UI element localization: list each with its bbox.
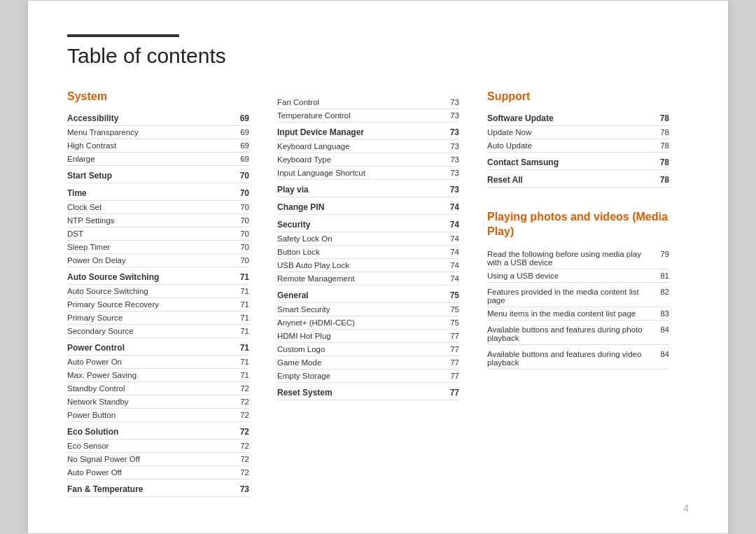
entry-label: No Signal Power Off (67, 455, 235, 463)
entry-page: 73 (445, 142, 459, 150)
toc-entry: Network Standby72 (67, 395, 249, 409)
entry-page: 73 (445, 127, 459, 137)
entry-label: Clock Set (67, 203, 235, 211)
entry-label: Read the following before using media pl… (487, 250, 655, 267)
entry-label: Features provided in the media content l… (487, 288, 655, 304)
toc-group: Accessibility69Menu Transparency69High C… (67, 111, 249, 166)
entry-label: Auto Source Switching (67, 287, 235, 295)
entry-page: 70 (235, 216, 249, 225)
entry-label: Change PIN (277, 202, 445, 212)
col1-groups: Accessibility69Menu Transparency69High C… (67, 111, 249, 500)
toc-entry: Auto Source Switching71 (67, 270, 249, 285)
entry-label: Accessibility (67, 113, 235, 123)
entry-label: High Contrast (67, 141, 235, 150)
toc-entry: Keyboard Type73 (277, 153, 459, 167)
entry-label: Temperature Control (277, 111, 445, 120)
page-number: 4 (683, 503, 689, 514)
system-section-title: System (67, 90, 249, 103)
entry-page: 72 (235, 468, 249, 477)
toc-group: Contact Samsung78 (487, 155, 669, 170)
toc-entry: Menu items in the media content list pag… (487, 307, 669, 321)
toc-entry: Smart Security75 (277, 303, 459, 316)
entry-page: 72 (235, 384, 249, 393)
entry-page: 72 (235, 411, 249, 419)
entry-label: General (277, 290, 445, 300)
toc-entry: Remote Management74 (277, 272, 459, 286)
entry-page: 74 (445, 261, 459, 269)
toc-entry: Power On Delay70 (67, 254, 249, 267)
entry-page: 69 (235, 113, 249, 123)
entry-page: 81 (655, 272, 669, 280)
entry-page: 72 (235, 455, 249, 463)
entry-page: 75 (445, 305, 459, 314)
toc-entry: Safety Lock On74 (277, 232, 459, 246)
entry-label: Start Setup (67, 171, 235, 181)
toc-entry: HDMI Hot Plug77 (277, 330, 459, 343)
entry-label: Available buttons and features during ph… (487, 325, 655, 342)
entry-label: Fan & Temperature (67, 484, 235, 494)
entry-label: USB Auto Play Lock (277, 261, 445, 269)
entry-label: Remote Management (277, 274, 445, 283)
toc-entry: Features provided in the media content l… (487, 286, 669, 307)
entry-page: 77 (445, 332, 459, 340)
toc-entry: Custom Logo77 (277, 343, 459, 356)
toc-entry: Button Lock74 (277, 246, 459, 259)
toc-entry: No Signal Power Off72 (67, 453, 249, 466)
toc-entry: Time70 (67, 186, 249, 201)
toc-entry: Input Language Shortcut73 (277, 167, 459, 180)
entry-label: Network Standby (67, 398, 235, 406)
entry-page: 77 (445, 372, 459, 380)
entry-page: 73 (445, 155, 459, 164)
entry-label: Reset All (487, 175, 655, 185)
entry-page: 69 (235, 141, 249, 150)
toc-entry: DST70 (67, 227, 249, 241)
toc-group: Eco Solution72Eco Sensor72No Signal Powe… (67, 425, 249, 479)
toc-group: Fan & Temperature73 (67, 482, 249, 497)
entry-page: 71 (235, 358, 249, 366)
entry-label: Game Mode (277, 358, 445, 367)
entry-page: 70 (235, 256, 249, 265)
entry-page: 71 (235, 371, 249, 379)
entry-page: 71 (235, 343, 249, 353)
toc-entry: Fan & Temperature73 (67, 482, 249, 497)
entry-page: 77 (445, 358, 459, 367)
entry-page: 72 (235, 442, 249, 450)
entry-label: Time (67, 188, 235, 198)
entry-label: Update Now (487, 128, 655, 136)
toc-group: Available buttons and features during ph… (487, 323, 669, 345)
entry-label: Using a USB device (487, 272, 655, 280)
title-bar (67, 34, 179, 37)
toc-entry: Update Now78 (487, 126, 669, 139)
entry-page: 82 (655, 288, 669, 296)
toc-entry: Standby Control72 (67, 382, 249, 395)
toc-entry: Security74 (277, 218, 459, 232)
col-system: System Accessibility69Menu Transparency6… (67, 90, 249, 500)
entry-label: Available buttons and features during vi… (487, 350, 655, 367)
entry-page: 70 (235, 230, 249, 238)
media-play-section-title: Playing photos and videos (Media Play) (487, 210, 669, 239)
toc-entry: Game Mode77 (277, 356, 459, 370)
toc-entry: Auto Power On71 (67, 356, 249, 369)
entry-page: 73 (445, 111, 459, 120)
toc-entry: Empty Storage77 (277, 370, 459, 383)
entry-label: Contact Samsung (487, 157, 655, 167)
entry-label: Power On Delay (67, 256, 235, 265)
toc-entry: Eco Solution72 (67, 425, 249, 440)
entry-page: 75 (445, 290, 459, 300)
entry-page: 69 (235, 128, 249, 136)
entry-page: 72 (235, 398, 249, 406)
entry-page: 73 (445, 98, 459, 106)
toc-entry: General75 (277, 288, 459, 303)
entry-label: Auto Source Switching (67, 272, 235, 282)
toc-entry: Primary Source71 (67, 311, 249, 325)
entry-page: 74 (445, 202, 459, 212)
toc-entry: Temperature Control73 (277, 109, 459, 122)
entry-label: Keyboard Language (277, 142, 445, 150)
entry-page: 78 (655, 128, 669, 136)
toc-group: Play via73 (277, 183, 459, 197)
toc-group: Time70Clock Set70NTP Settings70DST70Slee… (67, 186, 249, 267)
entry-page: 83 (655, 309, 669, 318)
entry-page: 70 (235, 243, 249, 251)
entry-page: 79 (655, 250, 669, 258)
entry-label: Power Button (67, 411, 235, 419)
